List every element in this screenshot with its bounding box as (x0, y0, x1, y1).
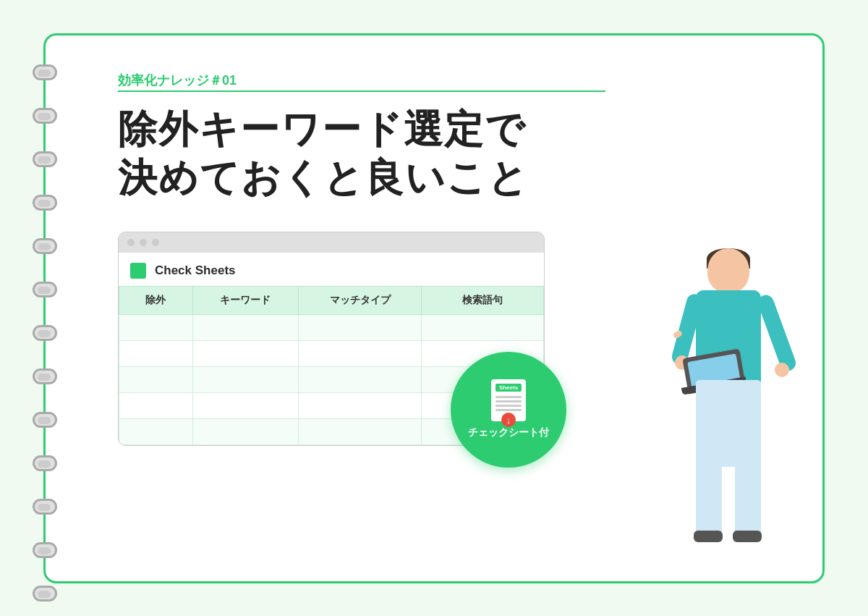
main-title: 除外キーワード選定で 決めておくと良いこと (118, 105, 605, 203)
cell (192, 392, 299, 418)
sheet-title: Check Sheets (155, 263, 236, 278)
spiral-ring (33, 151, 57, 167)
col-header-jougai: 除外 (119, 286, 193, 314)
person-leg-left (696, 463, 722, 535)
doc-line (495, 400, 522, 402)
doc-line (495, 409, 522, 411)
sheet-header: Check Sheets (119, 253, 544, 286)
cell (119, 392, 193, 418)
spiral-ring (33, 368, 57, 384)
col-header-keyword: キーワード (192, 286, 299, 314)
person-arm-right (756, 292, 798, 373)
spiral-ring (33, 325, 57, 341)
person-leg-right (735, 463, 761, 535)
cell (299, 418, 421, 444)
col-header-search: 検索語句 (421, 286, 543, 314)
spreadsheet-wrapper: Check Sheets 除外 キーワード マッチタイプ 検索語句 (118, 232, 545, 446)
cell (119, 418, 193, 444)
cell (119, 366, 193, 392)
spiral-ring (33, 412, 57, 428)
tag-label: 効率化ナレッジ＃01 (118, 72, 605, 92)
person-hand-right (775, 363, 789, 377)
download-arrow-icon: ↓ (501, 413, 516, 427)
spiral-ring (33, 195, 57, 211)
person-pants (696, 380, 761, 467)
green-square-icon (130, 263, 146, 279)
main-card: 効率化ナレッジ＃01 除外キーワード選定で 決めておくと良いこと Check S… (43, 33, 825, 583)
doc-label: Sheets (495, 384, 522, 392)
titlebar-dot-2 (140, 239, 147, 246)
person-illustration (663, 248, 793, 552)
spiral-ring (33, 499, 57, 515)
cell (299, 392, 421, 418)
badge-text: チェックシート付 (468, 426, 549, 439)
spiral-ring (33, 64, 57, 80)
main-title-line2: 決めておくと良いこと (118, 156, 529, 199)
spiral-ring (33, 282, 57, 298)
download-badge[interactable]: Sheets ↓ チェックシート付 (451, 352, 566, 468)
window-titlebar (119, 232, 544, 253)
table-header-row: 除外 キーワード マッチタイプ 検索語句 (119, 286, 544, 314)
person-shoe-right (733, 531, 762, 542)
cell (192, 340, 299, 366)
spiral-ring (33, 455, 57, 471)
cell (299, 314, 421, 340)
cell (299, 366, 421, 392)
cell (299, 340, 421, 366)
cell (192, 418, 299, 444)
cell (119, 340, 193, 366)
cell (192, 366, 299, 392)
spiral-ring (33, 586, 57, 602)
download-icon: Sheets ↓ (491, 379, 526, 421)
spiral-ring (33, 542, 57, 558)
col-header-match: マッチタイプ (299, 286, 421, 314)
doc-line (495, 396, 522, 398)
spiral-ring (33, 108, 57, 124)
spiral-ring (33, 238, 57, 254)
main-title-line1: 除外キーワード選定で (118, 107, 526, 151)
titlebar-dot-3 (152, 239, 159, 246)
table-row (119, 314, 544, 340)
cell (119, 314, 193, 340)
cell (421, 314, 543, 340)
doc-line (495, 405, 522, 407)
person-shoe-left (694, 531, 723, 542)
cell (192, 314, 299, 340)
left-content: 効率化ナレッジ＃01 除外キーワード選定で 決めておくと良いこと Check S… (118, 72, 627, 545)
right-content (627, 72, 779, 545)
spiral-binding (33, 64, 57, 617)
titlebar-dot-1 (127, 239, 135, 246)
